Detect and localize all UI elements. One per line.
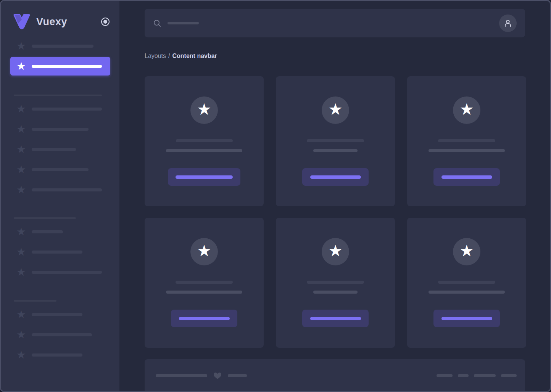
sidebar-item-label-skeleton (32, 230, 63, 233)
sidebar-item[interactable]: ★ (1, 268, 119, 277)
star-icon: ★ (16, 227, 26, 236)
card-avatar-circle: ★ (453, 238, 480, 265)
card-avatar-circle: ★ (322, 96, 349, 124)
card-subtitle-skeleton (166, 149, 242, 152)
sidebar-section-header-skeleton (14, 300, 56, 302)
sidebar-item-label-skeleton (32, 108, 102, 111)
feature-card: ★ (407, 218, 526, 348)
sidebar-item[interactable]: ★ (1, 350, 119, 360)
sidebar-section-header-skeleton (14, 95, 102, 96)
footer-card (145, 359, 525, 392)
card-button[interactable] (168, 168, 240, 186)
star-icon: ★ (197, 101, 211, 117)
card-subtitle-skeleton (166, 291, 242, 294)
main-content: Layouts/Content navbar ★★★★★★ (119, 9, 550, 392)
breadcrumb-parent-link[interactable]: Layouts (145, 53, 166, 59)
star-icon: ★ (16, 145, 26, 154)
breadcrumb-separator: / (168, 53, 170, 59)
top-navbar (145, 9, 525, 37)
sidebar-item-label-skeleton (32, 45, 93, 48)
sidebar-item[interactable]: ★ (1, 330, 119, 339)
sidebar-item[interactable]: ★ (1, 125, 119, 134)
feature-card: ★ (145, 76, 264, 206)
card-avatar-circle: ★ (190, 96, 218, 124)
star-icon: ★ (16, 310, 26, 319)
star-icon: ★ (16, 268, 26, 277)
star-icon: ★ (16, 165, 26, 174)
star-icon: ★ (459, 243, 474, 259)
sidebar: Vuexy ★★★★★★★★★★★★★ (1, 1, 119, 391)
card-title-skeleton (307, 281, 364, 284)
footer-row (145, 359, 525, 379)
star-icon: ★ (328, 243, 343, 259)
footer-left-skeletons (156, 372, 247, 379)
sidebar-item-label-skeleton (32, 148, 76, 151)
sidebar-item[interactable]: ★ (1, 247, 119, 257)
star-icon: ★ (16, 125, 26, 134)
sidebar-item-active[interactable]: ★ (10, 57, 110, 76)
card-button[interactable] (302, 168, 369, 186)
sidebar-item[interactable]: ★ (1, 185, 119, 194)
star-icon: ★ (16, 104, 26, 114)
star-icon: ★ (16, 62, 26, 71)
card-button[interactable] (171, 310, 237, 327)
user-avatar[interactable] (499, 14, 517, 32)
footer-text-skeleton (156, 374, 207, 377)
sidebar-item[interactable]: ★ (1, 227, 119, 236)
page-title: Content navbar (172, 53, 217, 59)
card-title-skeleton (307, 139, 364, 142)
sidebar-item[interactable]: ★ (1, 104, 119, 114)
footer-link-skeleton (501, 374, 517, 377)
star-icon: ★ (328, 101, 343, 117)
footer-link-skeleton (458, 374, 469, 377)
search-input[interactable] (153, 19, 199, 27)
app-window: Vuexy ★★★★★★★★★★★★★ (0, 0, 551, 392)
card-title-skeleton (176, 281, 233, 284)
sidebar-item[interactable]: ★ (1, 145, 119, 154)
cards-grid: ★★★★★★ (145, 76, 550, 348)
sidebar-item-label-skeleton (32, 313, 82, 316)
card-title-skeleton (438, 281, 495, 284)
search-icon (153, 19, 161, 27)
star-icon: ★ (197, 243, 211, 259)
card-avatar-circle: ★ (322, 238, 349, 265)
sidebar-item[interactable]: ★ (1, 42, 119, 51)
star-icon: ★ (16, 42, 26, 51)
sidebar-item-label-skeleton (32, 353, 82, 357)
record-circle-icon[interactable] (101, 18, 110, 26)
feature-card: ★ (407, 76, 526, 206)
card-title-skeleton (176, 139, 233, 142)
vuexy-logo-icon (12, 14, 32, 29)
footer-text-skeleton (228, 374, 247, 377)
card-button-label-skeleton (176, 175, 233, 179)
sidebar-item[interactable]: ★ (1, 310, 119, 319)
sidebar-item-label-skeleton (32, 128, 89, 131)
user-icon (503, 18, 513, 28)
card-button[interactable] (302, 310, 369, 327)
sidebar-item-label-skeleton (32, 65, 102, 68)
star-icon: ★ (16, 247, 26, 257)
sidebar-item[interactable]: ★ (1, 165, 119, 174)
sidebar-section-header-skeleton (14, 217, 76, 219)
card-button-label-skeleton (441, 317, 492, 320)
search-placeholder-skeleton (168, 22, 199, 24)
card-title-skeleton (438, 139, 495, 142)
card-button[interactable] (433, 310, 500, 327)
star-icon: ★ (16, 185, 26, 194)
brand-title: Vuexy (36, 16, 67, 28)
feature-card: ★ (145, 218, 264, 348)
feature-card: ★ (276, 218, 395, 348)
card-button[interactable] (433, 168, 500, 186)
sidebar-item-label-skeleton (32, 251, 82, 254)
sidebar-header: Vuexy (1, 12, 119, 31)
card-avatar-circle: ★ (190, 238, 218, 265)
feature-card: ★ (276, 76, 395, 206)
card-subtitle-skeleton (429, 291, 505, 294)
sidebar-item-label-skeleton (32, 188, 102, 191)
card-avatar-circle: ★ (453, 96, 480, 124)
card-button-label-skeleton (441, 175, 492, 179)
footer-right-skeletons (431, 374, 517, 377)
card-button-label-skeleton (179, 317, 230, 320)
footer-link-skeleton (437, 374, 453, 377)
breadcrumb: Layouts/Content navbar (145, 53, 550, 59)
